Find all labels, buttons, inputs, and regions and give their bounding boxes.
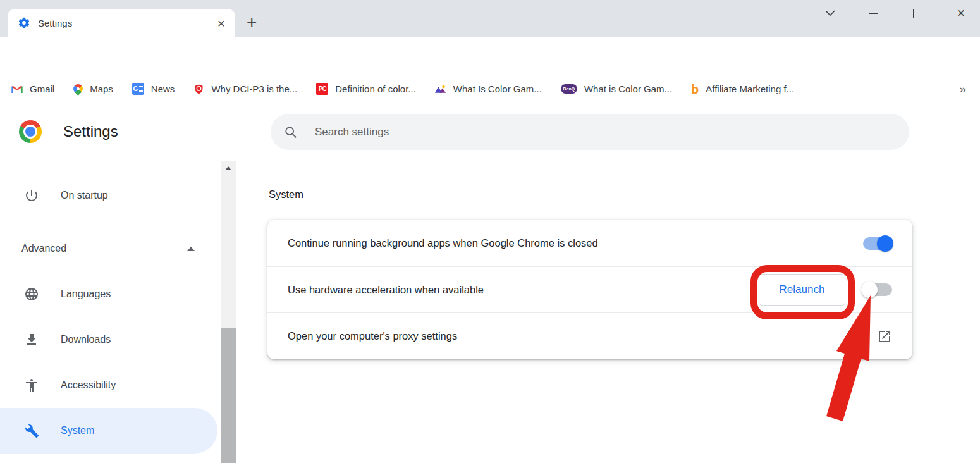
new-tab-button[interactable]: +: [247, 13, 257, 31]
bookmarks-overflow-chevron[interactable]: »: [959, 82, 966, 96]
section-title: System: [269, 188, 303, 201]
sidebar-item-accessibility[interactable]: Accessibility: [0, 362, 217, 408]
system-settings-card: Continue running background apps when Go…: [267, 220, 912, 359]
pcmag-icon: PC: [316, 83, 328, 95]
page-title: Settings: [63, 123, 118, 140]
bookmark-gmail[interactable]: Gmail: [11, 83, 54, 94]
collapse-caret-icon: [187, 247, 195, 251]
setting-label: Open your computer's proxy settings: [288, 330, 457, 342]
window-close-button[interactable]: ×: [953, 5, 969, 22]
search-icon: [284, 125, 298, 139]
tab-close-icon[interactable]: ×: [217, 16, 225, 30]
hardware-acceleration-toggle[interactable]: [863, 283, 892, 296]
scrollbar-up-arrow[interactable]: [221, 161, 236, 175]
mountains-icon: [435, 84, 446, 94]
chrome-logo: [19, 120, 42, 143]
bookmark-what-is-color-gamut-1[interactable]: What Is Color Gam...: [435, 83, 542, 94]
search-settings-box[interactable]: [271, 114, 909, 150]
browser-toolbar: Chrome chrome:// settings/system K S Too…: [0, 37, 980, 76]
power-icon: [24, 188, 39, 203]
bookmarks-bar: Gmail Maps G News Why DCI-P3 is the... P…: [0, 76, 980, 102]
relaunch-button[interactable]: Relaunch: [759, 274, 845, 306]
window-minimize-button[interactable]: [865, 5, 881, 22]
setting-row-proxy[interactable]: Open your computer's proxy settings: [267, 312, 912, 359]
setting-row-background-apps: Continue running background apps when Go…: [267, 220, 912, 266]
sidebar-item-system[interactable]: System: [0, 408, 217, 454]
bookmark-news[interactable]: G News: [132, 83, 175, 95]
sidebar-item-on-startup[interactable]: On startup: [0, 173, 217, 218]
bookmark-why-dci-p3[interactable]: Why DCI-P3 is the...: [193, 83, 297, 95]
gmail-icon: [11, 85, 23, 94]
browser-tab-settings[interactable]: Settings ×: [8, 9, 235, 37]
settings-page: Settings On startup Advanced Languages D…: [0, 102, 980, 463]
tab-strip: Settings × + ×: [0, 0, 980, 37]
external-link-icon[interactable]: [877, 329, 892, 344]
search-input[interactable]: [314, 125, 909, 139]
globe-icon: [24, 287, 39, 302]
tab-favicon-gear-icon: [18, 16, 30, 29]
tab-search-chevron-icon[interactable]: [822, 5, 838, 22]
sidebar-item-languages[interactable]: Languages: [0, 271, 217, 317]
bookmark-maps[interactable]: Maps: [73, 83, 113, 94]
setting-label: Continue running background apps when Go…: [288, 237, 598, 249]
accessibility-icon: [24, 378, 39, 393]
bookmark-affiliate-marketing[interactable]: b Affiliate Marketing f...: [691, 83, 794, 96]
settings-sidebar: On startup Advanced Languages Downloads …: [0, 173, 217, 454]
setting-row-hardware-acceleration: Use hardware acceleration when available…: [267, 266, 912, 312]
maps-pin-icon: [71, 82, 85, 96]
shield-icon: [193, 83, 204, 95]
setting-label: Use hardware acceleration when available: [288, 284, 484, 296]
bookmark-what-is-color-gamut-2[interactable]: BenQ What is Color Gam...: [561, 83, 672, 94]
sidebar-item-advanced[interactable]: Advanced: [0, 226, 217, 271]
tab-title: Settings: [38, 18, 72, 28]
b-logo-icon: b: [691, 83, 699, 96]
download-icon: [24, 332, 39, 347]
sidebar-scrollbar[interactable]: [221, 161, 236, 463]
bookmark-definition-of-color[interactable]: PC Definition of color...: [316, 83, 416, 95]
window-maximize-button[interactable]: [909, 5, 926, 22]
benq-icon: BenQ: [561, 84, 577, 94]
wrench-icon: [24, 423, 39, 438]
scrollbar-thumb[interactable]: [221, 328, 236, 463]
news-icon: G: [132, 83, 144, 95]
sidebar-item-downloads[interactable]: Downloads: [0, 317, 217, 362]
background-apps-toggle[interactable]: [863, 237, 892, 250]
